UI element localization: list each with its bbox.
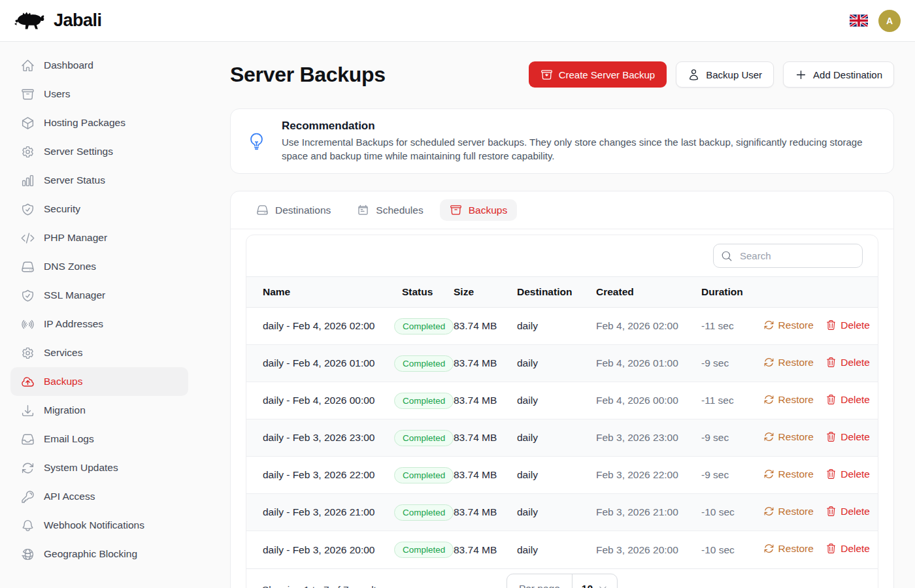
delete-button[interactable]: Delete	[825, 319, 870, 331]
trash-icon	[825, 543, 837, 554]
archive-arrow-down-icon	[541, 69, 553, 81]
recommendation-text: Recommendation Use Incremental Backups f…	[282, 120, 876, 163]
sidebar-item-ip-addresses[interactable]: IP Addresses	[10, 310, 188, 338]
top-header: Jabali A	[0, 0, 915, 42]
restore-button[interactable]: Restore	[763, 543, 814, 555]
restore-button[interactable]: Restore	[763, 468, 814, 480]
backup-status-cell: Completed	[402, 457, 454, 494]
sidebar-item-label: Hosting Packages	[44, 117, 125, 129]
sidebar-item-geographic-blocking[interactable]: Geographic Blocking	[10, 540, 188, 568]
backup-status-cell: Completed	[402, 345, 454, 382]
per-page-select[interactable]: Per page 10	[507, 574, 618, 588]
restore-label: Restore	[778, 543, 814, 555]
sidebar-item-label: Users	[44, 88, 70, 100]
sidebar-item-backups[interactable]: Backups	[10, 367, 188, 396]
sidebar-item-services[interactable]: Services	[10, 338, 188, 367]
sidebar-item-migration[interactable]: Migration	[10, 396, 188, 425]
chart-bar-icon	[21, 174, 35, 188]
backup-name: daily - Feb 4, 2026 01:00	[246, 345, 402, 382]
restore-button[interactable]: Restore	[763, 319, 814, 331]
add-destination-button[interactable]: Add Destination	[783, 61, 894, 88]
backup-size: 83.74 MB	[454, 382, 517, 419]
backup-created: Feb 4, 2026 02:00	[596, 308, 701, 345]
backup-user-button[interactable]: Backup User	[676, 61, 774, 88]
backup-destination: daily	[517, 531, 596, 568]
bell-icon	[21, 519, 35, 532]
restore-label: Restore	[778, 319, 814, 331]
uk-flag-icon[interactable]	[850, 14, 868, 27]
restore-button[interactable]: Restore	[763, 357, 814, 368]
backup-name: daily - Feb 4, 2026 02:00	[246, 308, 402, 345]
restore-button[interactable]: Restore	[763, 506, 814, 517]
sidebar-item-label: System Updates	[44, 462, 118, 474]
sidebar-item-php-manager[interactable]: PHP Manager	[10, 223, 188, 252]
backup-size: 83.74 MB	[454, 494, 517, 531]
backup-created: Feb 3, 2026 20:00	[596, 531, 701, 568]
delete-button[interactable]: Delete	[825, 543, 870, 555]
sidebar-item-api-access[interactable]: API Access	[10, 482, 188, 511]
arrow-path-icon	[763, 357, 774, 368]
column-header-actions	[761, 277, 878, 308]
delete-label: Delete	[840, 506, 870, 517]
backups-table-card: NameStatusSizeDestinationCreatedDuration…	[246, 235, 878, 588]
sidebar-item-server-status[interactable]: Server Status	[10, 166, 188, 195]
arrow-path-icon	[763, 543, 774, 554]
per-page-value: 10	[582, 583, 593, 588]
key-icon	[21, 490, 35, 504]
delete-button[interactable]: Delete	[825, 357, 870, 368]
home-icon	[21, 59, 35, 73]
button-label: Add Destination	[813, 69, 882, 80]
restore-button[interactable]: Restore	[763, 394, 814, 406]
brand-logo[interactable]: Jabali	[14, 10, 102, 32]
trash-icon	[825, 468, 837, 480]
sidebar-item-webhook-notifications[interactable]: Webhook Notifications	[10, 511, 188, 540]
page-title: Server Backups	[230, 61, 386, 88]
page-actions: Create Server Backup Backup User Add Des…	[529, 61, 894, 88]
tab-schedules[interactable]: Schedules	[347, 199, 433, 221]
restore-button[interactable]: Restore	[763, 431, 814, 443]
sidebar-item-label: Geographic Blocking	[44, 548, 137, 560]
restore-label: Restore	[778, 431, 814, 443]
status-badge: Completed	[394, 393, 454, 409]
sidebar-item-label: SSL Manager	[44, 289, 105, 301]
backup-duration: -11 sec	[701, 308, 761, 345]
restore-label: Restore	[778, 357, 814, 368]
tab-backups[interactable]: Backups	[440, 199, 517, 221]
arrow-path-icon	[763, 506, 774, 517]
sidebar-item-dashboard[interactable]: Dashboard	[10, 51, 188, 80]
row-actions: Restore Delete	[761, 457, 878, 494]
avatar[interactable]: A	[878, 10, 901, 32]
sidebar-item-users[interactable]: Users	[10, 80, 188, 108]
sidebar-item-dns-zones[interactable]: DNS Zones	[10, 252, 188, 281]
table-row: daily - Feb 3, 2026 20:00 Completed 83.7…	[246, 531, 878, 568]
server-stack-icon	[21, 260, 35, 274]
backup-status-cell: Completed	[402, 382, 454, 419]
delete-button[interactable]: Delete	[825, 468, 870, 480]
sidebar-item-ssl-manager[interactable]: SSL Manager	[10, 281, 188, 310]
sidebar-item-hosting-packages[interactable]: Hosting Packages	[10, 108, 188, 137]
search-box	[713, 244, 863, 268]
tab-destinations[interactable]: Destinations	[246, 199, 341, 221]
backup-destination: daily	[517, 345, 596, 382]
backup-name: daily - Feb 3, 2026 23:00	[246, 419, 402, 457]
backup-duration: -9 sec	[701, 345, 761, 382]
delete-button[interactable]: Delete	[825, 506, 870, 517]
sidebar-item-system-updates[interactable]: System Updates	[10, 453, 188, 482]
code-bracket-icon	[21, 231, 35, 245]
create-server-backup-button[interactable]: Create Server Backup	[529, 61, 667, 88]
backup-destination: daily	[517, 382, 596, 419]
sidebar-item-email-logs[interactable]: Email Logs	[10, 425, 188, 453]
table-row: daily - Feb 4, 2026 00:00 Completed 83.7…	[246, 382, 878, 419]
sidebar-item-server-settings[interactable]: Server Settings	[10, 137, 188, 166]
arrow-path-icon	[21, 461, 35, 475]
table-footer: Showing 1 to 7 of 7 results Per page 10	[246, 568, 878, 588]
delete-button[interactable]: Delete	[825, 394, 870, 406]
delete-button[interactable]: Delete	[825, 431, 870, 443]
backup-created: Feb 4, 2026 01:00	[596, 345, 701, 382]
search-row	[246, 235, 878, 276]
sidebar-item-label: Server Settings	[44, 146, 113, 157]
search-input[interactable]	[713, 244, 863, 268]
sidebar-item-security[interactable]: Security	[10, 195, 188, 223]
page-head: Server Backups Create Server Backup Back…	[230, 61, 894, 88]
restore-label: Restore	[778, 506, 814, 517]
